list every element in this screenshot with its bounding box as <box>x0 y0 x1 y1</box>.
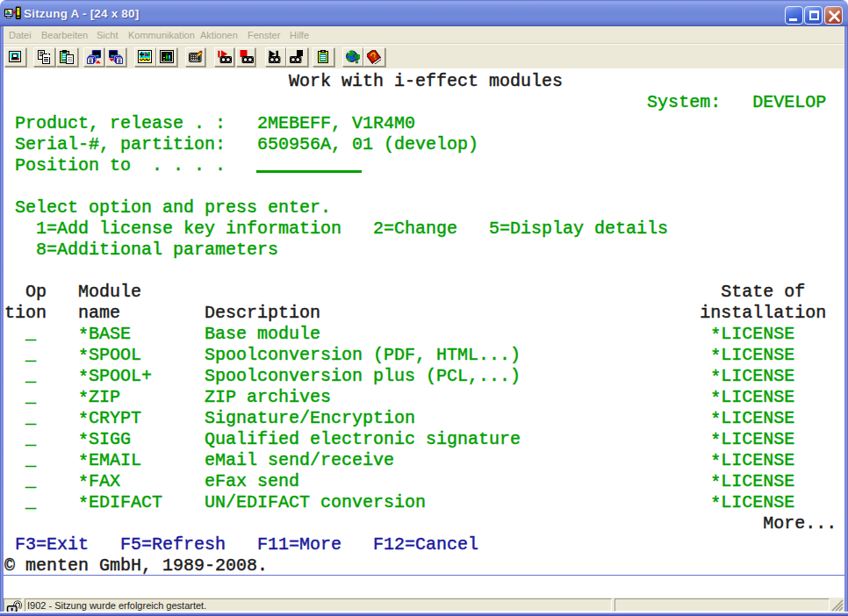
svg-text:?: ? <box>353 52 360 64</box>
